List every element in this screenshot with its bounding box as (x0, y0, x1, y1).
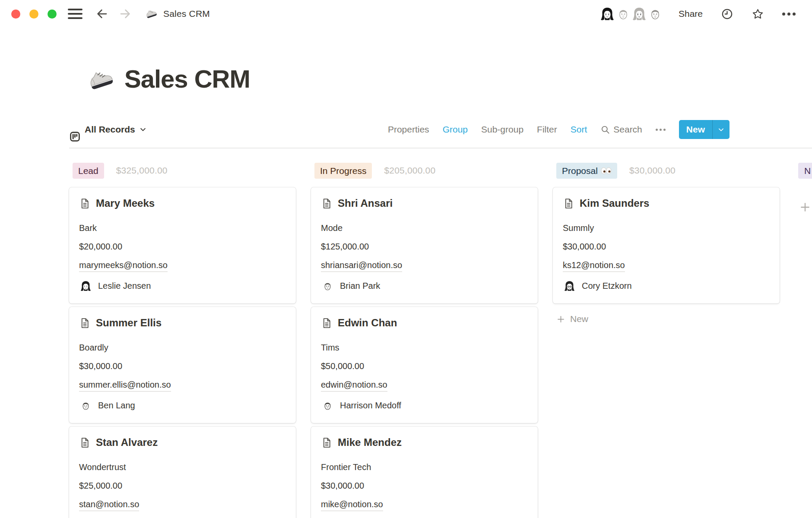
card-email-link[interactable]: stan@notion.so (79, 499, 139, 511)
card-email-link[interactable]: shriansari@notion.so (321, 259, 402, 272)
avatar[interactable] (631, 5, 648, 22)
chevron-down-icon (139, 126, 147, 133)
card-name: Kim Saunders (580, 197, 649, 210)
page-title[interactable]: Sales CRM (124, 64, 250, 94)
card-email-link[interactable]: marymeeks@notion.so (79, 259, 168, 272)
column-header: Proposal $30,000.00 (553, 163, 780, 178)
assignee-name: Ben Lang (98, 401, 135, 411)
page-doc-icon (79, 437, 91, 449)
share-button[interactable]: Share (679, 9, 703, 19)
view-options-icon[interactable] (656, 129, 666, 131)
record-card[interactable]: Summer Ellis Boardly $30,000.00 summer.e… (69, 307, 296, 423)
filter-button[interactable]: Filter (537, 124, 557, 135)
search-button[interactable]: Search (600, 124, 642, 135)
plus-icon (556, 315, 565, 324)
forward-arrow-icon (119, 7, 132, 20)
assignee-avatar (79, 399, 92, 412)
board-column-in-progress: In Progress $205,000.00 Shri Ansari Mode… (311, 163, 538, 518)
window-titlebar: Sales CRM Share (0, 0, 812, 28)
collaborator-avatars[interactable] (600, 5, 664, 22)
search-label: Search (613, 124, 642, 135)
page-favicon-sneaker-icon (145, 7, 158, 20)
status-badge[interactable]: N (798, 163, 812, 179)
card-email-link[interactable]: summer.ellis@notion.so (79, 379, 171, 392)
assignee-avatar (563, 279, 576, 293)
card-email-link[interactable]: mike@notion.so (321, 499, 383, 511)
back-arrow-icon[interactable] (95, 7, 108, 20)
card-company: Summly (563, 222, 769, 234)
view-name: All Records (85, 124, 135, 135)
column-header: In Progress $205,000.00 (311, 163, 538, 178)
group-button[interactable]: Group (443, 124, 468, 135)
card-name: Shri Ansari (338, 197, 393, 210)
card-name: Edwin Chan (338, 316, 397, 329)
page-doc-icon (321, 437, 333, 449)
zoom-window-button[interactable] (48, 9, 57, 19)
view-switcher[interactable]: All Records (86, 117, 147, 142)
kanban-board: Lead $325,000.00 Mary Meeks Bark $20,000… (69, 163, 812, 518)
assignee-avatar (321, 399, 334, 412)
card-name: Summer Ellis (96, 316, 162, 329)
record-card[interactable]: Mary Meeks Bark $20,000.00 marymeeks@not… (69, 187, 296, 303)
card-company: Boardly (79, 342, 285, 353)
properties-button[interactable]: Properties (388, 124, 429, 135)
new-button-label[interactable]: New (679, 120, 712, 139)
record-card[interactable]: Stan Alvarez Wondertrust $25,000.00 stan… (69, 426, 296, 518)
card-email-link[interactable]: ks12@notion.so (563, 259, 625, 272)
view-toolbar: All Records Properties Group Sub-group F… (86, 118, 812, 141)
status-badge[interactable]: In Progress (314, 163, 372, 179)
chevron-down-icon (717, 126, 725, 133)
column-sum: $30,000.00 (629, 165, 676, 176)
assignee-avatar (79, 279, 92, 293)
card-amount: $25,000.00 (79, 480, 285, 491)
avatar[interactable] (615, 5, 632, 22)
card-company: Mode (321, 222, 527, 234)
page-doc-icon (79, 317, 91, 329)
assignee-name: Brian Park (340, 281, 380, 291)
assignee-avatar (321, 279, 334, 293)
status-badge[interactable]: Proposal (556, 163, 617, 179)
add-card-label: New (570, 314, 588, 324)
page-doc-icon (321, 317, 333, 329)
new-record-button[interactable]: New (679, 120, 730, 139)
close-window-button[interactable] (11, 9, 20, 19)
avatar[interactable] (647, 5, 664, 22)
toolbar-divider (69, 148, 812, 148)
card-amount: $30,000.00 (563, 241, 769, 252)
assignee-name: Harrison Medoff (340, 401, 401, 411)
status-badge[interactable]: Lead (73, 163, 104, 179)
minimize-window-button[interactable] (29, 9, 38, 19)
card-company: Wondertrust (79, 461, 285, 473)
column-sum: $205,000.00 (384, 165, 435, 176)
column-header: N (795, 163, 812, 178)
assignee-name: Leslie Jensen (98, 281, 151, 291)
record-card[interactable]: Edwin Chan Tims $50,000.00 edwin@notion.… (311, 307, 538, 423)
page-doc-icon (563, 198, 574, 209)
favorite-star-icon[interactable] (752, 8, 764, 20)
new-button-dropdown[interactable] (712, 120, 730, 139)
more-menu-icon[interactable] (782, 13, 796, 16)
avatar[interactable] (599, 5, 616, 22)
search-icon (600, 125, 610, 135)
record-card[interactable]: Mike Mendez Frontier Tech $30,000.00 mik… (311, 426, 538, 518)
column-header: Lead $325,000.00 (69, 163, 296, 178)
page-header: Sales CRM (86, 64, 812, 94)
add-card-plus-icon[interactable] (799, 201, 811, 213)
card-amount: $125,000.00 (321, 241, 527, 252)
subgroup-button[interactable]: Sub-group (481, 124, 523, 135)
record-card[interactable]: Kim Saunders Summly $30,000.00 ks12@noti… (553, 187, 780, 303)
window-controls (11, 9, 57, 19)
sort-button[interactable]: Sort (571, 124, 587, 135)
window-title: Sales CRM (163, 9, 210, 19)
record-card[interactable]: Shri Ansari Mode $125,000.00 shriansari@… (311, 187, 538, 303)
eyes-icon (601, 167, 612, 174)
board-view-icon (69, 131, 81, 142)
card-email-link[interactable]: edwin@notion.so (321, 379, 387, 392)
sidebar-menu-icon[interactable] (68, 9, 82, 19)
board-column-next-partial: N (795, 163, 812, 215)
board-column-lead: Lead $325,000.00 Mary Meeks Bark $20,000… (69, 163, 296, 518)
updates-clock-icon[interactable] (721, 8, 733, 20)
add-card-button[interactable]: New (553, 314, 780, 324)
card-name: Mary Meeks (96, 197, 155, 210)
sneaker-icon[interactable] (86, 66, 115, 94)
